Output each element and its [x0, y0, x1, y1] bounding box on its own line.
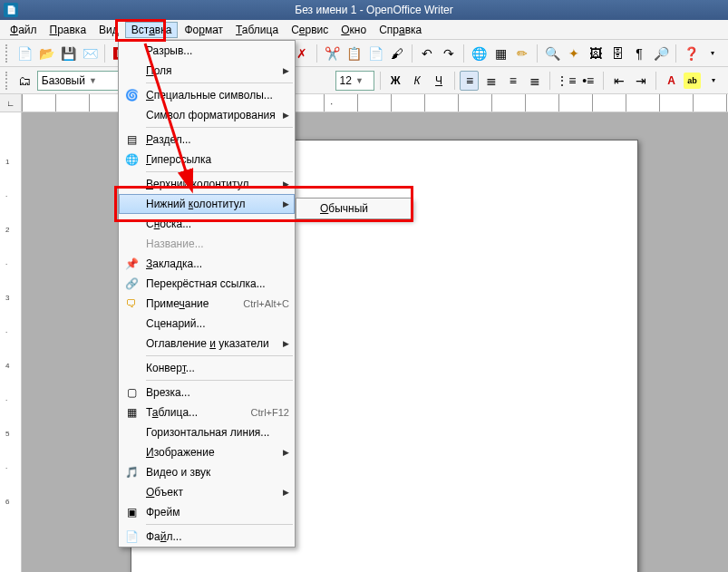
redo-button[interactable]: ↷ [439, 44, 459, 63]
copy-button[interactable]: 📋 [344, 44, 364, 63]
menu-item-crossref[interactable]: 🔗Перекрёстная ссылка... [119, 274, 295, 294]
horizontal-ruler[interactable]: ∟ · [0, 94, 728, 112]
menu-edit[interactable]: Правка [44, 22, 93, 38]
align-center-button[interactable]: ≣ [481, 71, 500, 91]
menu-item-footnote[interactable]: Сноска... [119, 214, 295, 234]
menu-separator [146, 355, 293, 356]
note-icon: 🗨 [122, 296, 141, 312]
find-button[interactable]: 🔍 [542, 44, 562, 63]
separator [655, 72, 656, 90]
menu-separator [146, 171, 293, 172]
align-justify-button[interactable]: ≣ [525, 71, 544, 91]
number-list-button[interactable]: ⋮≡ [556, 71, 576, 91]
vertical-ruler[interactable]: 1 · 2 · 3 · 4 · 5 · 6 [0, 112, 22, 572]
menu-item-envelope[interactable]: Конверт... [119, 358, 295, 378]
align-left-button[interactable]: ≡ [460, 71, 479, 91]
menu-item-hrule[interactable]: Горизонтальная линия... [119, 422, 295, 442]
styles-button[interactable]: 🗂 [15, 71, 34, 91]
font-size-combo[interactable]: 12▼ [335, 71, 374, 91]
menu-item-frame[interactable]: ▢Врезка... [119, 383, 295, 402]
nonprint-button[interactable]: ¶ [629, 44, 649, 63]
menu-item-note[interactable]: 🗨ПримечаниеCtrl+Alt+C [119, 294, 295, 314]
menu-item-footer[interactable]: Нижний колонтитул▶ [119, 194, 295, 214]
outdent-button[interactable]: ⇤ [609, 71, 628, 91]
cut-button[interactable]: ✂️ [322, 44, 342, 63]
menu-view[interactable]: Вид [92, 22, 125, 38]
hyperlink-button[interactable]: 🌐 [469, 44, 489, 63]
insert-dropdown: Разрыв... Поля▶ 🌀Специальные символы... … [118, 40, 296, 548]
title-bar: 📄 Без имени 1 - OpenOffice Writer [0, 0, 728, 20]
datasource-button[interactable]: 🗄 [607, 44, 627, 63]
italic-button[interactable]: К [408, 71, 427, 91]
underline-button[interactable]: Ч [430, 71, 449, 91]
toolbar-overflow[interactable]: ▾ [704, 71, 723, 91]
formatting-toolbar: 🗂 Базовый▼ 12▼ Ж К Ч ≡ ≣ ≡ ≣ ⋮≡ •≡ ⇤ ⇥ A… [0, 67, 728, 94]
menu-separator [146, 82, 293, 83]
bullet-list-button[interactable]: •≡ [578, 71, 597, 91]
indent-button[interactable]: ⇥ [631, 71, 650, 91]
font-color-button[interactable]: A [662, 71, 681, 91]
frame-icon: ▢ [122, 384, 141, 401]
menu-item-script[interactable]: Сценарий... [119, 314, 295, 334]
menu-item-frame2[interactable]: ▣Фрейм [119, 502, 295, 522]
menu-item-break[interactable]: Разрыв... [119, 41, 295, 61]
menu-item-fields[interactable]: Поля▶ [119, 61, 295, 81]
save-button[interactable]: 💾 [58, 44, 78, 63]
crossref-icon: 🔗 [122, 276, 141, 292]
menu-item-formatting-mark[interactable]: Символ форматирования▶ [119, 105, 295, 125]
navigator-button[interactable]: ✦ [564, 44, 584, 63]
ruler-corner: ∟ [0, 94, 22, 111]
submenu-item-default[interactable]: Обычный [296, 199, 411, 218]
hyperlink-icon: 🌐 [122, 151, 141, 168]
help-button[interactable]: ❓ [681, 44, 701, 63]
menu-item-table[interactable]: ▦Таблица...Ctrl+F12 [119, 402, 295, 422]
menu-insert[interactable]: Вставка [125, 22, 179, 38]
toolbar-handle[interactable] [5, 44, 11, 63]
menu-item-bookmark[interactable]: 📌Закладка... [119, 254, 295, 274]
app-icon: 📄 [4, 3, 18, 17]
separator [537, 44, 538, 63]
menu-item-hyperlink[interactable]: 🌐Гиперссылка [119, 150, 295, 170]
special-chars-icon: 🌀 [122, 87, 141, 103]
bookmark-icon: 📌 [122, 256, 141, 272]
separator [380, 72, 381, 90]
menu-item-section[interactable]: ▤Раздел... [119, 130, 295, 150]
menu-file[interactable]: Файл [4, 22, 44, 38]
menu-item-media[interactable]: 🎵Видео и звук [119, 462, 295, 482]
separator [454, 72, 455, 90]
new-doc-button[interactable]: 📄 [15, 44, 34, 63]
email-button[interactable]: ✉️ [80, 44, 100, 63]
separator [549, 72, 550, 90]
paste-button[interactable]: 📄 [365, 44, 385, 63]
toolbar-handle[interactable] [5, 72, 11, 90]
menu-window[interactable]: Окно [335, 22, 373, 38]
zoom-button[interactable]: 🔎 [651, 44, 671, 63]
menu-item-object[interactable]: Объект▶ [119, 482, 295, 502]
window-title: Без имени 1 - OpenOffice Writer [24, 4, 724, 16]
menu-table[interactable]: Таблица [229, 22, 285, 38]
menu-separator [146, 380, 293, 381]
open-button[interactable]: 📂 [36, 44, 56, 63]
menu-help[interactable]: Справка [373, 22, 428, 38]
menu-item-image[interactable]: Изображение▶ [119, 442, 295, 462]
separator [463, 44, 464, 63]
menu-item-special-chars[interactable]: 🌀Специальные символы... [119, 85, 295, 105]
undo-button[interactable]: ↶ [417, 44, 437, 63]
menu-item-file[interactable]: 📄Файл... [119, 527, 295, 547]
toolbar-overflow[interactable]: ▾ [703, 44, 723, 63]
align-right-button[interactable]: ≡ [503, 71, 522, 91]
drawing-button[interactable]: ✏ [512, 44, 532, 63]
float-frame-icon: ▣ [122, 504, 141, 520]
menu-format[interactable]: Формат [178, 22, 229, 38]
bold-button[interactable]: Ж [386, 71, 405, 91]
table-button[interactable]: ▦ [490, 44, 510, 63]
separator [412, 44, 413, 63]
gallery-button[interactable]: 🖼 [586, 44, 606, 63]
menu-item-index[interactable]: Оглавление и указатели▶ [119, 334, 295, 354]
format-paint-button[interactable]: 🖌 [387, 44, 407, 63]
menu-tools[interactable]: Сервис [285, 22, 335, 38]
standard-toolbar: 📄 📂 💾 ✉️ 🅿 ✔ ✗ ✂️ 📋 📄 🖌 ↶ ↷ 🌐 ▦ ✏ 🔍 ✦ 🖼 … [0, 40, 728, 67]
menu-item-header[interactable]: Верхний колонтитул▶ [119, 174, 295, 194]
highlight-button[interactable]: ab [684, 73, 701, 89]
document-area: 1 · 2 · 3 · 4 · 5 · 6 [0, 112, 728, 572]
